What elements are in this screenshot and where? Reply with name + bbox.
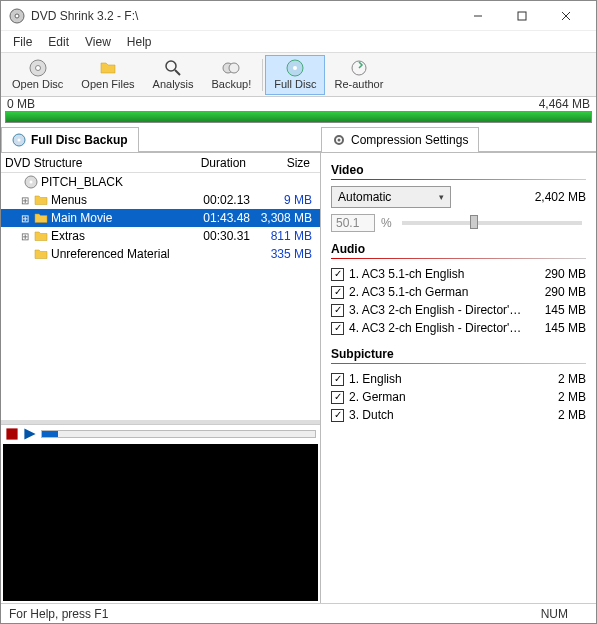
maximize-button[interactable] [500, 2, 544, 30]
tree-item-size: 3,308 MB [250, 211, 316, 225]
preview-controls [1, 424, 320, 442]
stop-button[interactable] [5, 427, 19, 441]
svg-rect-3 [518, 12, 526, 20]
close-button[interactable] [544, 2, 588, 30]
checkbox[interactable]: ✓ [331, 304, 344, 317]
tree-root[interactable]: PITCH_BLACK [1, 173, 320, 191]
right-panel: Video Automatic ▾ 2,402 MB % Audio ✓1. A… [321, 153, 596, 603]
dvd-tree[interactable]: PITCH_BLACK ⊞ Menus 00:02.13 9 MB ⊞ Main… [1, 173, 320, 263]
track-row[interactable]: ✓4. AC3 2-ch English - Director's Commen… [331, 319, 586, 337]
titlebar: DVD Shrink 3.2 - F:\ [1, 1, 596, 31]
menu-view[interactable]: View [77, 33, 119, 51]
compression-slider[interactable] [402, 221, 582, 225]
track-size: 290 MB [526, 285, 586, 299]
checkbox[interactable]: ✓ [331, 409, 344, 422]
left-panel: DVD Structure Duration Size PITCH_BLACK … [1, 153, 321, 603]
col-duration[interactable]: Duration [176, 156, 246, 170]
svg-point-7 [35, 66, 40, 71]
tree-item-duration: 00:02.13 [180, 193, 250, 207]
play-button[interactable] [23, 427, 37, 441]
tab-compression-settings[interactable]: Compression Settings [321, 127, 479, 152]
video-mode-value: Automatic [338, 190, 391, 204]
folder-icon [34, 211, 48, 225]
tree-item-duration: 01:43.48 [180, 211, 250, 225]
full-disc-icon [286, 59, 304, 77]
pct-label: % [381, 216, 392, 230]
tree-item-menus[interactable]: ⊞ Menus 00:02.13 9 MB [1, 191, 320, 209]
tree-item-size: 811 MB [250, 229, 316, 243]
tab-right-label: Compression Settings [351, 133, 468, 147]
video-mode-select[interactable]: Automatic ▾ [331, 186, 451, 208]
col-size[interactable]: Size [246, 156, 316, 170]
track-label: 1. English [349, 372, 526, 386]
gear-icon [332, 133, 346, 147]
audio-section-label: Audio [331, 242, 586, 256]
track-label: 2. AC3 5.1-ch German [349, 285, 526, 299]
track-label: 4. AC3 2-ch English - Director's Comment… [349, 321, 526, 335]
analysis-button[interactable]: Analysis [144, 55, 203, 95]
track-row[interactable]: ✓3. Dutch2 MB [331, 406, 586, 424]
svg-point-18 [338, 139, 341, 142]
reauthor-icon [350, 59, 368, 77]
menu-edit[interactable]: Edit [40, 33, 77, 51]
svg-line-9 [175, 70, 180, 75]
tree-item-unreferenced[interactable]: Unreferenced Material 335 MB [1, 245, 320, 263]
tree-root-label: PITCH_BLACK [41, 175, 316, 189]
checkbox[interactable]: ✓ [331, 373, 344, 386]
track-row[interactable]: ✓3. AC3 2-ch English - Director's Commen… [331, 301, 586, 319]
svg-point-8 [166, 61, 176, 71]
track-row[interactable]: ✓1. AC3 5.1-ch English290 MB [331, 265, 586, 283]
full-disc-button[interactable]: Full Disc [265, 55, 325, 95]
checkbox[interactable]: ✓ [331, 322, 344, 335]
ratio-input[interactable] [331, 214, 375, 232]
tree-item-main-movie[interactable]: ⊞ Main Movie 01:43.48 3,308 MB [1, 209, 320, 227]
tab-full-disc-backup[interactable]: Full Disc Backup [1, 127, 139, 152]
window-title: DVD Shrink 3.2 - F:\ [31, 9, 456, 23]
tree-item-label: Unreferenced Material [51, 247, 180, 261]
tabs-row: Full Disc Backup Compression Settings [1, 127, 596, 153]
svg-point-20 [30, 181, 33, 184]
size-bar: 0 MB 4,464 MB [1, 97, 596, 111]
disc-icon [24, 175, 38, 189]
track-label: 3. Dutch [349, 408, 526, 422]
analysis-label: Analysis [153, 78, 194, 90]
slider-thumb[interactable] [470, 215, 478, 229]
track-label: 3. AC3 2-ch English - Director's Comment… [349, 303, 526, 317]
folder-icon [34, 247, 48, 261]
preview-video [3, 444, 318, 601]
checkbox[interactable]: ✓ [331, 391, 344, 404]
expand-icon[interactable]: ⊞ [19, 195, 31, 206]
backup-button[interactable]: Backup! [203, 55, 261, 95]
open-files-button[interactable]: Open Files [72, 55, 143, 95]
status-num: NUM [541, 607, 568, 621]
expand-icon[interactable]: ⊞ [19, 213, 31, 224]
disc-icon [29, 59, 47, 77]
tab-left-label: Full Disc Backup [31, 133, 128, 147]
col-structure[interactable]: DVD Structure [5, 156, 176, 170]
open-disc-button[interactable]: Open Disc [3, 55, 72, 95]
svg-point-11 [229, 63, 239, 73]
menu-help[interactable]: Help [119, 33, 160, 51]
checkbox[interactable]: ✓ [331, 268, 344, 281]
track-size: 2 MB [526, 408, 586, 422]
video-size: 2,402 MB [535, 190, 586, 204]
chevron-down-icon: ▾ [439, 192, 444, 202]
menubar: File Edit View Help [1, 31, 596, 53]
preview-track[interactable] [41, 430, 316, 438]
size-max: 4,464 MB [539, 97, 590, 111]
full-disc-label: Full Disc [274, 78, 316, 90]
track-row[interactable]: ✓1. English2 MB [331, 370, 586, 388]
tree-item-label: Main Movie [51, 211, 180, 225]
reauthor-button[interactable]: Re-author [325, 55, 392, 95]
tree-item-duration: 00:30.31 [180, 229, 250, 243]
track-row[interactable]: ✓2. AC3 5.1-ch German290 MB [331, 283, 586, 301]
expand-icon[interactable]: ⊞ [19, 231, 31, 242]
main-area: DVD Structure Duration Size PITCH_BLACK … [1, 153, 596, 603]
track-row[interactable]: ✓2. German2 MB [331, 388, 586, 406]
minimize-button[interactable] [456, 2, 500, 30]
tree-item-extras[interactable]: ⊞ Extras 00:30.31 811 MB [1, 227, 320, 245]
open-files-label: Open Files [81, 78, 134, 90]
video-section-label: Video [331, 163, 586, 177]
menu-file[interactable]: File [5, 33, 40, 51]
checkbox[interactable]: ✓ [331, 286, 344, 299]
